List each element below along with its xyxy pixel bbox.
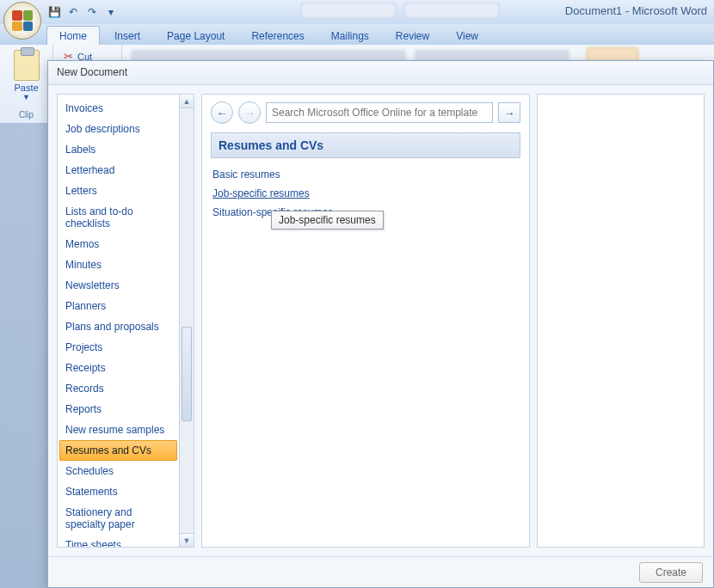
category-item[interactable]: Time sheets — [59, 535, 177, 548]
forward-button[interactable]: → — [238, 101, 261, 124]
create-button[interactable]: Create — [639, 562, 703, 583]
office-logo-icon — [12, 10, 33, 31]
titlebar: 💾 ↶ ↷ ▾ Document1 - Microsoft Word — [0, 0, 714, 24]
category-item[interactable]: Letterhead — [59, 160, 177, 181]
category-item[interactable]: Planners — [59, 296, 177, 316]
category-item[interactable]: Memos — [59, 234, 177, 254]
subcategory-link[interactable]: Basic resumes — [212, 165, 280, 184]
category-item[interactable]: Labels — [59, 139, 177, 160]
category-item[interactable]: Stationery and specialty paper — [59, 502, 177, 535]
tab-review[interactable]: Review — [384, 27, 441, 45]
new-document-dialog: New Document InvoicesJob descriptionsLab… — [47, 60, 714, 588]
undo-icon[interactable]: ↶ — [65, 4, 81, 20]
category-item[interactable]: Letters — [59, 181, 177, 201]
category-item[interactable]: New resume samples — [59, 420, 177, 440]
category-item[interactable]: Minutes — [59, 254, 177, 275]
category-list[interactable]: InvoicesJob descriptionsLabelsLetterhead… — [57, 94, 180, 548]
preview-pane — [537, 94, 705, 548]
tooltip: Job-specific resumes — [271, 211, 384, 230]
clipboard-icon — [14, 50, 40, 81]
category-item[interactable]: Lists and to-do checklists — [59, 201, 177, 234]
results-header: Resumes and CVs — [211, 132, 520, 158]
category-item[interactable]: Reports — [59, 399, 177, 420]
tab-view[interactable]: View — [444, 27, 490, 45]
dialog-title: New Document — [48, 61, 713, 85]
category-item[interactable]: Projects — [59, 337, 177, 358]
search-go-button[interactable]: → — [498, 102, 520, 123]
clipboard-group-label: Clip — [7, 110, 46, 119]
paste-button[interactable]: Paste ▼ — [7, 48, 46, 103]
window-title: Document1 - Microsoft Word — [565, 4, 707, 17]
category-item[interactable]: Job descriptions — [59, 119, 177, 139]
category-scrollbar[interactable]: ▲ ▼ — [180, 94, 194, 548]
tab-mailings[interactable]: Mailings — [319, 27, 381, 45]
quick-access-toolbar: 💾 ↶ ↷ ▾ — [46, 4, 119, 20]
tab-home[interactable]: Home — [46, 26, 100, 45]
search-input[interactable] — [266, 102, 493, 123]
ribbon-tabs: Home Insert Page Layout References Maili… — [0, 24, 714, 45]
paste-dropdown-icon[interactable]: ▼ — [9, 93, 44, 101]
category-item[interactable]: Plans and proposals — [59, 316, 177, 337]
category-item[interactable]: Newsletters — [59, 275, 177, 296]
tab-insert[interactable]: Insert — [102, 27, 152, 45]
tab-page-layout[interactable]: Page Layout — [155, 27, 237, 45]
scroll-up-icon[interactable]: ▲ — [180, 95, 194, 108]
background-browser-tabs — [301, 3, 499, 18]
qat-dropdown-icon[interactable]: ▾ — [103, 4, 119, 20]
scroll-thumb[interactable] — [182, 327, 192, 421]
redo-icon[interactable]: ↷ — [84, 4, 100, 20]
save-icon[interactable]: 💾 — [46, 4, 62, 20]
back-button[interactable]: ← — [211, 101, 233, 124]
category-item[interactable]: Statements — [59, 481, 177, 502]
category-item[interactable]: Resumes and CVs — [59, 440, 177, 461]
tab-references[interactable]: References — [239, 27, 316, 45]
subcategory-link[interactable]: Job-specific resumes — [212, 184, 310, 203]
category-item[interactable]: Records — [59, 378, 177, 399]
template-results-pane: ← → → Resumes and CVs Basic resumesJob-s… — [201, 94, 530, 548]
category-item[interactable]: Schedules — [59, 461, 177, 481]
paste-label: Paste — [9, 83, 44, 93]
office-button[interactable] — [3, 2, 41, 40]
scroll-down-icon[interactable]: ▼ — [180, 533, 194, 547]
category-item[interactable]: Receipts — [59, 358, 177, 378]
category-item[interactable]: Invoices — [59, 98, 177, 119]
